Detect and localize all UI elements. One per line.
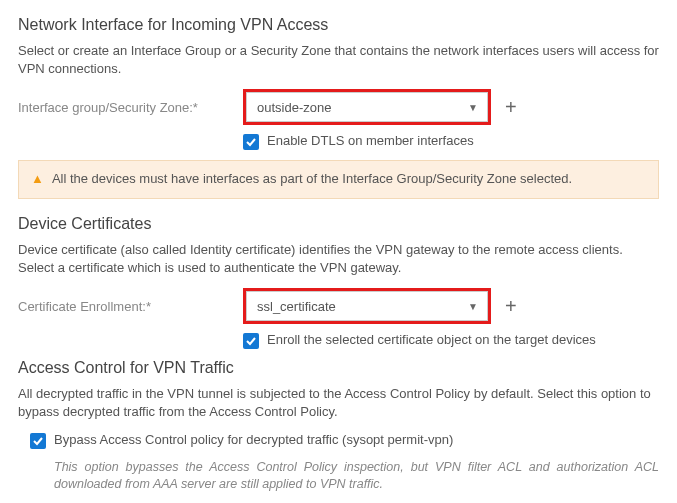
enroll-cert-label: Enroll the selected certificate object o… [267, 332, 596, 347]
bypass-acp-note: This option bypasses the Access Control … [54, 459, 659, 493]
interface-alert: ▲ All the devices must have interfaces a… [18, 160, 659, 199]
add-security-zone-button[interactable]: + [505, 97, 517, 117]
warning-icon: ▲ [31, 171, 44, 188]
enable-dtls-label: Enable DTLS on member interfaces [267, 133, 474, 148]
add-certificate-button[interactable]: + [505, 296, 517, 316]
access-control-desc: All decrypted traffic in the VPN tunnel … [18, 385, 659, 420]
enable-dtls-row: Enable DTLS on member interfaces [243, 133, 659, 150]
network-interface-desc: Select or create an Interface Group or a… [18, 42, 659, 77]
device-certs-heading: Device Certificates [18, 215, 659, 233]
bypass-acp-row: Bypass Access Control policy for decrypt… [30, 432, 659, 449]
enroll-cert-row: Enroll the selected certificate object o… [243, 332, 659, 349]
network-interface-heading: Network Interface for Incoming VPN Acces… [18, 16, 659, 34]
security-zone-label: Interface group/Security Zone:* [18, 100, 243, 115]
check-icon [245, 136, 257, 148]
cert-enrollment-select-wrap: ssl_certificate ▼ [243, 288, 491, 324]
check-icon [32, 435, 44, 447]
interface-alert-text: All the devices must have interfaces as … [52, 171, 572, 186]
security-zone-field-row: Interface group/Security Zone:* outside-… [18, 89, 659, 125]
security-zone-select[interactable]: outside-zone [246, 92, 488, 122]
cert-enrollment-field-row: Certificate Enrollment:* ssl_certificate… [18, 288, 659, 324]
device-certs-desc: Device certificate (also called Identity… [18, 241, 659, 276]
enroll-cert-checkbox[interactable] [243, 333, 259, 349]
enable-dtls-checkbox[interactable] [243, 134, 259, 150]
cert-enrollment-select[interactable]: ssl_certificate [246, 291, 488, 321]
bypass-acp-checkbox[interactable] [30, 433, 46, 449]
cert-enrollment-label: Certificate Enrollment:* [18, 299, 243, 314]
check-icon [245, 335, 257, 347]
security-zone-select-wrap: outside-zone ▼ [243, 89, 491, 125]
bypass-acp-label: Bypass Access Control policy for decrypt… [54, 432, 453, 447]
access-control-heading: Access Control for VPN Traffic [18, 359, 659, 377]
